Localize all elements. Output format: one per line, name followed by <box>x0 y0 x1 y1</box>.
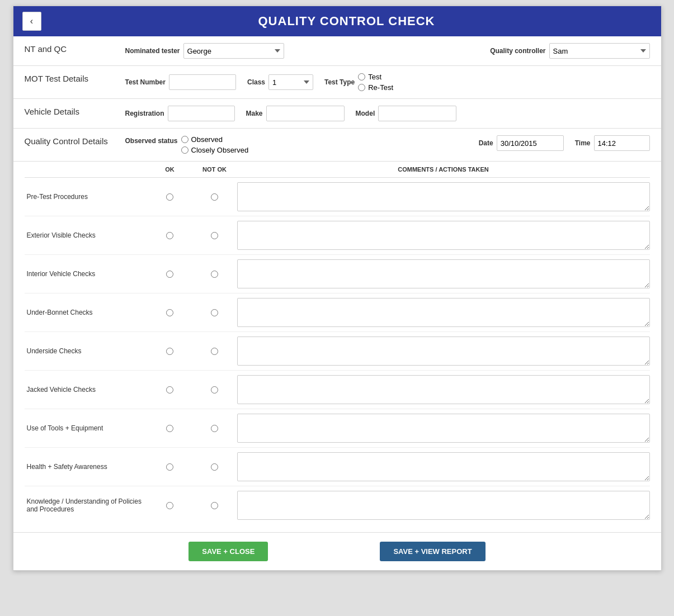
model-label: Model <box>356 110 375 117</box>
comments-jacked[interactable] <box>237 375 650 404</box>
make-input[interactable] <box>266 106 345 121</box>
retest-radio[interactable] <box>358 84 365 91</box>
main-container: ‹ QUALITY CONTROL CHECK NT and QC Nomina… <box>13 6 662 571</box>
notok-radio-interior-input[interactable] <box>211 271 218 278</box>
comments-pre-test[interactable] <box>237 182 650 211</box>
observed-status-group: Observed status Observed Closely Observe… <box>125 135 249 154</box>
comments-underside[interactable] <box>237 337 650 366</box>
date-group: Date 30/10/2015 <box>479 135 564 151</box>
ok-radio-under-bonnet-input[interactable] <box>166 309 173 316</box>
check-label-underside: Underside Checks <box>25 347 148 355</box>
nt-qc-fields: Nominated tester George Sam Other Qualit… <box>125 43 650 59</box>
notok-radio-knowledge-input[interactable] <box>211 502 218 509</box>
comments-health-safety[interactable] <box>237 452 650 481</box>
observed-radio-item: Observed <box>181 135 249 144</box>
ok-radio-exterior-input[interactable] <box>166 232 173 239</box>
date-input[interactable]: 30/10/2015 <box>497 135 564 151</box>
test-radio-label: Test <box>368 73 381 81</box>
save-report-button[interactable]: SAVE + VIEW REPORT <box>380 542 485 561</box>
vehicle-section: Vehicle Details Registration Make Model <box>13 99 661 129</box>
notok-radio-interior <box>192 271 237 278</box>
quality-controller-group: Quality controller Sam George Other <box>490 43 649 59</box>
test-radio[interactable] <box>358 73 365 80</box>
ok-radio-interior <box>148 271 192 278</box>
check-label-exterior: Exterior Visible Checks <box>25 231 148 239</box>
check-label-jacked: Jacked Vehicle Checks <box>25 386 148 394</box>
notok-radio-underside-input[interactable] <box>211 348 218 355</box>
page-title: QUALITY CONTROL CHECK <box>41 14 652 29</box>
notok-radio-pre-test-input[interactable] <box>211 193 218 201</box>
observed-radio-group: Observed Closely Observed <box>181 135 249 154</box>
notok-radio-pre-test <box>192 193 237 201</box>
checks-section: OK NOT OK COMMENTS / ACTIONS TAKEN Pre-T… <box>13 162 661 532</box>
class-select[interactable]: 123457 <box>268 74 313 90</box>
model-input[interactable] <box>378 106 456 121</box>
notok-radio-exterior-input[interactable] <box>211 232 218 239</box>
check-row-tools: Use of Tools + Equipment <box>25 409 650 448</box>
closely-observed-radio[interactable] <box>181 146 188 154</box>
ok-radio-underside <box>148 348 192 355</box>
check-label-under-bonnet: Under-Bonnet Checks <box>25 309 148 316</box>
notok-radio-health-safety-input[interactable] <box>211 463 218 471</box>
notok-radio-exterior <box>192 232 237 239</box>
ok-radio-health-safety-input[interactable] <box>166 463 173 471</box>
time-input[interactable]: 14:12 <box>594 135 650 151</box>
ok-radio-tools <box>148 425 192 432</box>
ok-radio-pre-test-input[interactable] <box>166 193 173 201</box>
ok-radio-underside-input[interactable] <box>166 348 173 355</box>
comments-exterior[interactable] <box>237 221 650 250</box>
check-label-knowledge: Knowledge / Understanding of Policies an… <box>25 497 148 513</box>
back-button[interactable]: ‹ <box>22 12 41 31</box>
ok-radio-health-safety <box>148 463 192 471</box>
nt-qc-label: NT and QC <box>25 43 114 54</box>
retest-radio-label: Re-Test <box>368 83 393 92</box>
comments-knowledge[interactable] <box>237 491 650 520</box>
ok-radio-pre-test <box>148 193 192 201</box>
check-row-knowledge: Knowledge / Understanding of Policies an… <box>25 486 650 524</box>
registration-input[interactable] <box>168 106 235 121</box>
registration-group: Registration <box>125 106 235 121</box>
ok-radio-jacked-input[interactable] <box>166 386 173 394</box>
checks-header: OK NOT OK COMMENTS / ACTIONS TAKEN <box>25 162 650 178</box>
mot-label: MOT Test Details <box>25 73 114 83</box>
retest-radio-item: Re-Test <box>358 83 393 92</box>
nominated-tester-select[interactable]: George Sam Other <box>183 43 284 59</box>
col-empty <box>25 166 148 173</box>
notok-radio-jacked <box>192 386 237 394</box>
qc-fields: Observed status Observed Closely Observe… <box>125 135 650 154</box>
test-radio-item: Test <box>358 73 393 81</box>
check-row-jacked: Jacked Vehicle Checks <box>25 371 650 409</box>
test-number-label: Test Number <box>125 78 166 86</box>
qc-section: Quality Control Details Observed status … <box>13 129 661 162</box>
ok-radio-under-bonnet <box>148 309 192 316</box>
col-not-ok-header: NOT OK <box>192 166 237 173</box>
observed-radio[interactable] <box>181 136 188 143</box>
check-label-interior: Interior Vehicle Checks <box>25 270 148 278</box>
col-comments-header: COMMENTS / ACTIONS TAKEN <box>237 166 650 173</box>
class-group: Class 123457 <box>247 74 313 90</box>
make-label: Make <box>246 110 263 117</box>
ok-radio-interior-input[interactable] <box>166 271 173 278</box>
comments-interior[interactable] <box>237 259 650 288</box>
closely-observed-label: Closely Observed <box>191 146 249 154</box>
comments-under-bonnet[interactable] <box>237 298 650 327</box>
notok-radio-tools-input[interactable] <box>211 425 218 432</box>
quality-controller-select[interactable]: Sam George Other <box>549 43 650 59</box>
ok-radio-exterior <box>148 232 192 239</box>
check-label-tools: Use of Tools + Equipment <box>25 424 148 432</box>
registration-label: Registration <box>125 110 164 117</box>
test-number-input[interactable] <box>169 74 236 90</box>
qc-label: Quality Control Details <box>25 135 114 146</box>
ok-radio-tools-input[interactable] <box>166 425 173 432</box>
observed-status-label: Observed status <box>125 135 178 145</box>
notok-radio-under-bonnet-input[interactable] <box>211 309 218 316</box>
notok-radio-jacked-input[interactable] <box>211 386 218 394</box>
ok-radio-knowledge-input[interactable] <box>166 502 173 509</box>
notok-radio-knowledge <box>192 502 237 509</box>
vehicle-label: Vehicle Details <box>25 106 114 116</box>
comments-tools[interactable] <box>237 414 650 443</box>
test-type-label: Test Type <box>324 78 355 86</box>
mot-fields: Test Number Class 123457 Test Type Test <box>125 73 650 92</box>
save-close-button[interactable]: SAVE + CLOSE <box>188 542 268 561</box>
check-row-health-safety: Health + Safety Awareness <box>25 448 650 486</box>
